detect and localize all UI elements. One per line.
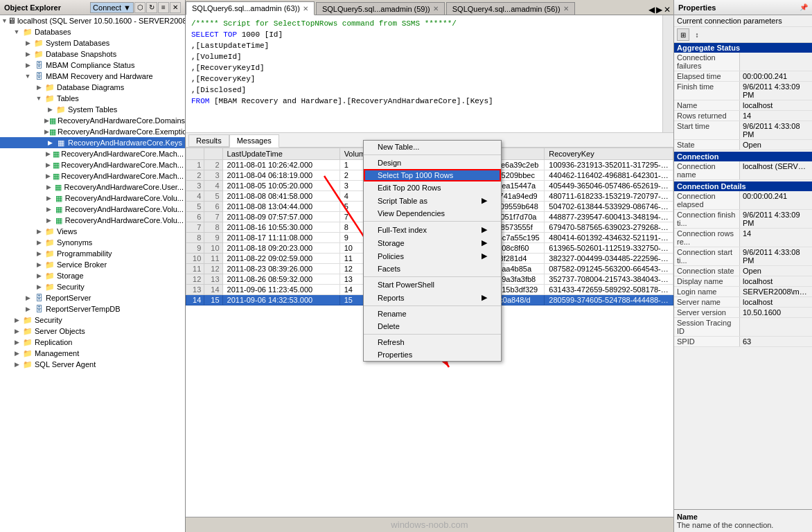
menu-item-facets[interactable]: Facets: [364, 263, 501, 275]
tree-item-sql-agent[interactable]: ▶ 📁 SQL Server Agent: [0, 359, 185, 370]
expand-icon[interactable]: ▼: [33, 94, 44, 103]
tree-item-service-broker[interactable]: ▶ 📁 Service Broker: [0, 259, 185, 270]
prop-name: Login name: [674, 287, 740, 296]
tree-item-server-objects[interactable]: ▶ 📁 Server Objects: [0, 326, 185, 337]
expand-icon[interactable]: ▶: [44, 105, 55, 114]
tab-scroll-right[interactable]: ▶: [656, 5, 662, 15]
tree-item-user[interactable]: ▶ ▦ RecoveryAndHardwareCore.User...: [0, 181, 185, 193]
menu-item-fulltext[interactable]: Full-Text index ▶: [364, 223, 501, 236]
menu-item-policies[interactable]: Policies ▶: [364, 249, 501, 263]
tab-query5[interactable]: SQLQuery5.sql...amadmin (59)) ✕: [316, 2, 445, 15]
expand-icon[interactable]: ▼: [1, 16, 8, 26]
tree-item-databases[interactable]: ▼ 📁 Databases: [0, 26, 185, 37]
prop-value: 00:00:00.241: [740, 71, 790, 81]
tree-item-keys[interactable]: ▶ ▦ RecoveryAndHardwareCore.Keys: [0, 137, 185, 148]
menu-item-refresh[interactable]: Refresh: [364, 336, 501, 348]
menu-item-storage[interactable]: Storage ▶: [364, 236, 501, 249]
tree-item-systemdbs[interactable]: ▶ 📁 System Databases: [0, 37, 185, 48]
tab-query4[interactable]: SQLQuery4.sql...amadmin (56)) ✕: [446, 2, 575, 15]
menu-item-reports[interactable]: Reports ▶: [364, 291, 501, 304]
menu-item-edit-top[interactable]: Edit Top 200 Rows: [364, 181, 501, 194]
tree-item-domains[interactable]: ▶ ▦ RecoveryAndHardwareCore.Domains: [0, 115, 185, 126]
tree-item-mbam-recovery[interactable]: ▼ 🗄 MBAM Recovery and Hardware: [0, 71, 185, 82]
folder-icon: 📁: [44, 94, 55, 103]
keys-label: RecoveryAndHardwareCore.Keys: [68, 139, 182, 147]
tree-item-mach1[interactable]: ▶ ▦ RecoveryAndHardwareCore.Mach...: [0, 148, 185, 159]
editor-scrollbar[interactable]: [662, 15, 673, 132]
tree-item-report-server[interactable]: ▶ 🗄 ReportServer: [0, 292, 185, 303]
tab5-close[interactable]: ✕: [433, 5, 439, 12]
tree-item-exemption[interactable]: ▶ ▦ RecoveryAndHardwareCore.ExemptionSta…: [0, 126, 185, 137]
menu-item-rename[interactable]: Rename: [364, 308, 501, 320]
properties-header: Properties 📌: [674, 0, 812, 15]
tree-item-programmability[interactable]: ▶ 📁 Programmability: [0, 248, 185, 259]
tree-item-mbam-compliance[interactable]: ▶ 🗄 MBAM Compliance Status: [0, 60, 185, 71]
expand-icon[interactable]: ▶: [22, 49, 33, 59]
tree-item-snapshots[interactable]: ▶ 📁 Database Snapshots: [0, 48, 185, 60]
oe-btn2[interactable]: ↻: [146, 2, 157, 13]
tree-item-management[interactable]: ▶ 📁 Management: [0, 348, 185, 359]
menu-item-new-table[interactable]: New Table...: [364, 141, 501, 153]
menu-item-properties[interactable]: Properties: [364, 348, 501, 361]
expand-icon[interactable]: ▶: [44, 138, 55, 148]
oe-btn1[interactable]: ⬡: [134, 2, 145, 13]
tree-item-vol2[interactable]: ▶ ▦ RecoveryAndHardwareCore.Volu...: [0, 204, 185, 215]
sql-line-8: FROM [MBAM Recovery and Hardware].[Recov…: [191, 96, 657, 107]
menu-item-delete[interactable]: Delete: [364, 320, 501, 332]
tree-item-views[interactable]: ▶ 📁 Views: [0, 226, 185, 237]
tree-item-db-diagrams[interactable]: ▶ 📁 Database Diagrams: [0, 82, 185, 93]
db-icon: 🗄: [33, 304, 44, 314]
oe-btn3[interactable]: ≡: [158, 2, 169, 13]
prop-btn-alpha[interactable]: ↕: [691, 28, 703, 41]
tab-close-all[interactable]: ✕: [664, 5, 671, 15]
tree-item-mach3[interactable]: ▶ ▦ RecoveryAndHardwareCore.Mach...: [0, 170, 185, 181]
tree-item-synonyms[interactable]: ▶ 📁 Synonyms: [0, 237, 185, 248]
db-icon: 🗄: [33, 293, 44, 303]
menu-item-powershell[interactable]: Start PowerShell: [364, 278, 501, 291]
props-pin-btn[interactable]: 📌: [800, 3, 808, 11]
editor-content[interactable]: /***** Script for SelectTopNRows command…: [186, 15, 662, 132]
results-tab-messages[interactable]: Messages: [229, 134, 279, 148]
expand-icon[interactable]: ▶: [22, 38, 33, 48]
tree-item-storage[interactable]: ▶ 📁 Storage: [0, 270, 185, 281]
menu-item-script-table[interactable]: Script Table as ▶: [364, 194, 501, 207]
col-num: [204, 148, 222, 160]
tree-item-tables[interactable]: ▼ 📁 Tables: [0, 93, 185, 104]
tree-item-vol3[interactable]: ▶ ▦ RecoveryAndHardwareCore.Volu...: [0, 215, 185, 226]
tab-nav-arrows[interactable]: ◀ ▶ ✕: [648, 5, 673, 15]
tree-item-security-sub[interactable]: ▶ 📁 Security: [0, 281, 185, 292]
tree-item-security-root[interactable]: ▶ 📁 Security: [0, 314, 185, 326]
menu-item-select-top[interactable]: Select Top 1000 Rows: [364, 169, 501, 181]
expand-icon[interactable]: ▼: [11, 27, 22, 37]
expand-icon[interactable]: ▶: [44, 116, 49, 125]
sql-line-6: ,[RecoveryKey]: [191, 73, 657, 85]
tree-item-replication[interactable]: ▶ 📁 Replication: [0, 337, 185, 348]
tab4-close[interactable]: ✕: [563, 5, 569, 12]
mbam-compliance-label: MBAM Compliance Status: [46, 61, 134, 69]
tree-item-sys-tables[interactable]: ▶ 📁 System Tables: [0, 104, 185, 115]
tree-item-report-server-temp[interactable]: ▶ 🗄 ReportServerTempDB: [0, 303, 185, 314]
submenu-arrow: ▶: [482, 293, 487, 302]
connect-btn[interactable]: Connect ▼: [90, 2, 134, 13]
tree-item-mach2[interactable]: ▶ ▦ RecoveryAndHardwareCore.Mach...: [0, 159, 185, 170]
tree-item-server[interactable]: ▼ 🖥 localhost (SQL Server 10.50.1600 - S…: [0, 15, 185, 26]
folder-icon: 📁: [44, 82, 55, 92]
menu-item-view-deps[interactable]: View Dependencies: [364, 207, 501, 220]
prop-row-login: Login name SERVER2008\mbama...: [674, 287, 812, 297]
oe-btn4[interactable]: ✕: [170, 2, 181, 13]
prop-name: State: [674, 140, 740, 150]
expand-icon[interactable]: ▶: [22, 60, 33, 70]
expand-icon[interactable]: ▶: [33, 82, 44, 92]
tree-container[interactable]: ▼ 🖥 localhost (SQL Server 10.50.1600 - S…: [0, 15, 185, 532]
table-icon: ▦: [54, 193, 64, 203]
tree-item-vol1[interactable]: ▶ ▦ RecoveryAndHardwareCore.Volu...: [0, 193, 185, 204]
tab-scroll-left[interactable]: ◀: [648, 5, 655, 15]
expand-icon[interactable]: ▼: [22, 71, 33, 81]
menu-item-design[interactable]: Design: [364, 157, 501, 169]
prop-value: localhost: [740, 276, 775, 286]
results-tab-results[interactable]: Results: [188, 134, 229, 147]
prop-btn-grid[interactable]: ⊞: [677, 28, 689, 41]
tab-query6[interactable]: SQLQuery6.sql...amadmin (63)) ✕: [186, 1, 315, 15]
tab6-close[interactable]: ✕: [303, 5, 308, 12]
expand-icon[interactable]: ▶: [44, 127, 49, 136]
